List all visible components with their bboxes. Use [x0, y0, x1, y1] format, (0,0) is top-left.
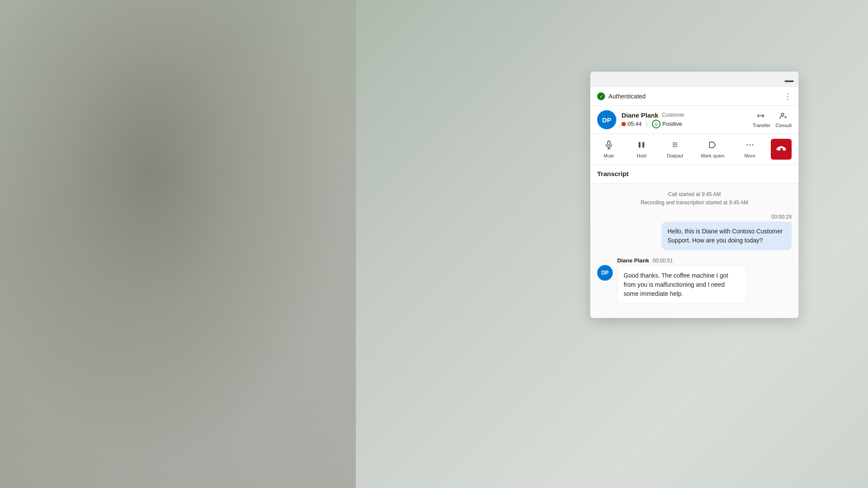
transcript-title: Transcript — [597, 170, 629, 177]
message-row-outgoing: 00:00:29 Hello, this is Diane with Conto… — [597, 214, 792, 250]
more-icon — [745, 140, 755, 151]
auth-more-button[interactable]: ⋮ — [784, 92, 792, 101]
person-photo — [0, 0, 356, 488]
auth-bar: ✓ Authenticated ⋮ — [590, 87, 799, 106]
caller-info: Diane Plank Customer 05:44 | ☺ Positive — [621, 111, 747, 128]
dialpad-button[interactable]: Dialpad — [663, 138, 687, 161]
call-panel: ✓ Authenticated ⋮ DP Diane Plank Custome… — [590, 72, 799, 318]
dialpad-label: Dialpad — [667, 153, 683, 158]
mute-button[interactable]: Mute — [597, 138, 621, 161]
transcript-header: Transcript — [590, 165, 799, 183]
msg-avatar-initials: DP — [602, 270, 609, 276]
svg-point-14 — [676, 146, 677, 147]
mark-spam-button[interactable]: Mark spam — [697, 138, 729, 161]
transcript-body: Call started at 9:45 AM Recording and tr… — [590, 183, 799, 318]
mute-icon — [604, 140, 614, 151]
caller-name-row: Diane Plank Customer — [621, 111, 747, 119]
call-start-info: Call started at 9:45 AM Recording and tr… — [597, 190, 792, 207]
svg-rect-4 — [639, 142, 641, 148]
hold-icon — [637, 140, 646, 151]
divider: | — [646, 121, 648, 128]
svg-point-16 — [749, 144, 750, 146]
svg-point-10 — [674, 144, 676, 145]
recording-dot — [621, 122, 626, 126]
dialpad-icon — [670, 140, 680, 151]
caller-status-row: 05:44 | ☺ Positive — [621, 120, 747, 128]
auth-status: ✓ Authenticated — [597, 92, 646, 100]
bubble-incoming: Good thanks. The coffee machine I got fr… — [617, 265, 747, 304]
more-button[interactable]: More — [738, 138, 762, 161]
svg-point-7 — [674, 142, 676, 144]
hold-button[interactable]: Hold — [630, 138, 653, 161]
recording-started-text: Recording and transcription started at 9… — [597, 199, 792, 207]
consult-label: Consult — [776, 123, 792, 128]
svg-point-9 — [673, 144, 674, 145]
message-content-outgoing: 00:00:29 Hello, this is Diane with Conto… — [661, 214, 792, 250]
svg-point-6 — [673, 142, 674, 144]
mute-label: Mute — [604, 153, 614, 158]
transfer-label: Transfer — [753, 123, 770, 128]
hold-label: Hold — [637, 153, 647, 158]
svg-rect-1 — [608, 141, 610, 145]
end-call-button[interactable] — [771, 139, 792, 160]
auth-check-icon: ✓ — [597, 92, 605, 100]
call-started-text: Call started at 9:45 AM — [597, 190, 792, 199]
consult-button[interactable]: Consult — [776, 112, 792, 128]
transfer-button[interactable]: Transfer — [753, 112, 770, 128]
avatar-initials: DP — [602, 116, 612, 124]
sentiment-indicator: ☺ Positive — [652, 120, 682, 128]
caller-actions: Transfer Consult — [753, 112, 792, 128]
caller-bar: DP Diane Plank Customer 05:44 | ☺ Positi… — [590, 106, 799, 134]
caller-name: Diane Plank — [621, 111, 658, 119]
svg-point-17 — [752, 144, 753, 146]
auth-status-label: Authenticated — [608, 93, 646, 100]
caller-avatar: DP — [597, 110, 616, 129]
caller-role: Customer — [662, 112, 684, 118]
three-dots-icon: ⋮ — [784, 92, 792, 101]
svg-rect-5 — [643, 142, 644, 148]
sentiment-icon: ☺ — [652, 120, 661, 128]
svg-point-8 — [676, 142, 677, 144]
message-timestamp-outgoing: 00:00:29 — [661, 214, 792, 220]
transfer-icon — [757, 112, 765, 122]
msg2-text: Good thanks. The coffee machine I got fr… — [624, 272, 728, 297]
message-sender-meta: Diane Plank 00:00:51 — [617, 257, 747, 264]
msg1-timestamp: 00:00:29 — [771, 214, 792, 220]
msg2-timestamp: 00:00:51 — [653, 258, 673, 264]
end-call-icon — [776, 142, 787, 156]
svg-point-11 — [676, 144, 677, 145]
timer-value: 05:44 — [628, 121, 642, 127]
message-content-incoming: Diane Plank 00:00:51 Good thanks. The co… — [617, 257, 747, 304]
more-label: More — [744, 153, 755, 158]
sentiment-label: Positive — [662, 121, 682, 127]
mark-spam-icon — [708, 140, 717, 151]
msg2-sender: Diane Plank — [617, 257, 649, 264]
svg-point-15 — [746, 144, 748, 146]
controls-bar: Mute Hold — [590, 134, 799, 165]
consult-icon — [779, 112, 787, 122]
panel-topbar — [590, 72, 799, 87]
svg-point-0 — [781, 113, 784, 116]
bubble-outgoing: Hello, this is Diane with Contoso Custom… — [661, 222, 792, 250]
message-row-incoming: DP Diane Plank 00:00:51 Good thanks. The… — [597, 257, 792, 304]
call-timer: 05:44 — [621, 121, 642, 127]
minimize-button[interactable] — [785, 80, 793, 82]
msg-avatar: DP — [597, 265, 613, 281]
svg-point-12 — [673, 146, 674, 147]
svg-point-13 — [674, 146, 676, 147]
mark-spam-label: Mark spam — [701, 153, 724, 158]
msg1-text: Hello, this is Diane with Contoso Custom… — [667, 228, 783, 244]
